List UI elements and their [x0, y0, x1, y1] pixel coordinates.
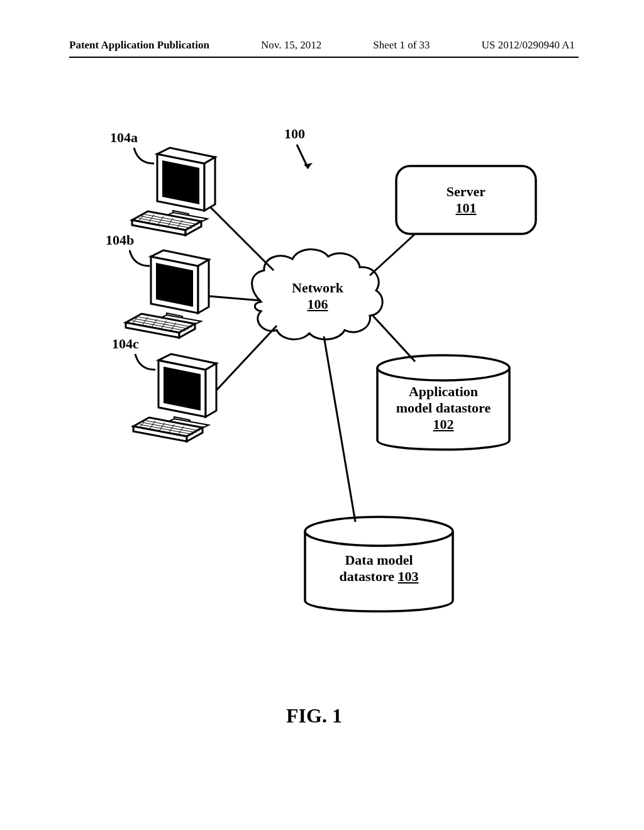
pub-date: Nov. 15, 2012 [261, 39, 321, 52]
svg-line-5 [214, 326, 277, 393]
svg-line-8 [324, 336, 355, 522]
figure-caption: FIG. 1 [286, 704, 342, 728]
reference-arrow-100 [297, 145, 313, 169]
data-datastore-ref-number: 103 [398, 568, 419, 584]
network-ref-number: 106 [308, 296, 328, 312]
network-label: Network [292, 280, 343, 296]
network-text: Network 106 [280, 280, 355, 313]
svg-point-1 [377, 355, 509, 380]
callout-104a [134, 148, 154, 163]
ref-label-104a: 104a [110, 130, 138, 146]
app-datastore-ref-number: 102 [433, 416, 454, 432]
svg-line-6 [370, 234, 415, 275]
svg-line-3 [206, 202, 274, 270]
svg-point-2 [305, 517, 453, 546]
app-datastore-line2: model datastore [396, 400, 491, 416]
server-label: Server [447, 184, 486, 199]
data-datastore-text: Data model datastore 103 [305, 552, 453, 585]
data-datastore-line2-prefix: datastore [339, 568, 397, 584]
diagram-svg [0, 63, 644, 723]
app-datastore-line1: Application [409, 384, 478, 399]
page-header: Patent Application Publication Nov. 15, … [0, 39, 644, 52]
svg-line-7 [372, 314, 415, 362]
ref-label-100: 100 [284, 126, 305, 142]
app-datastore-text: Application model datastore 102 [377, 384, 509, 433]
sheet-number: Sheet 1 of 33 [373, 39, 430, 52]
pub-type: Patent Application Publication [69, 39, 209, 52]
header-rule [69, 57, 579, 58]
ref-label-104c: 104c [112, 336, 139, 352]
svg-line-4 [201, 296, 261, 301]
data-datastore-line1: Data model [345, 552, 413, 568]
server-ref-number: 101 [456, 200, 477, 216]
figure-canvas: 104a 104b 104c 100 Server 101 Network 10… [0, 63, 644, 723]
ref-label-104b: 104b [106, 232, 134, 248]
callout-104b [130, 250, 150, 266]
callout-104c [135, 354, 155, 370]
server-box-text: Server 101 [396, 184, 536, 216]
publication-number: US 2012/0290940 A1 [482, 39, 575, 52]
